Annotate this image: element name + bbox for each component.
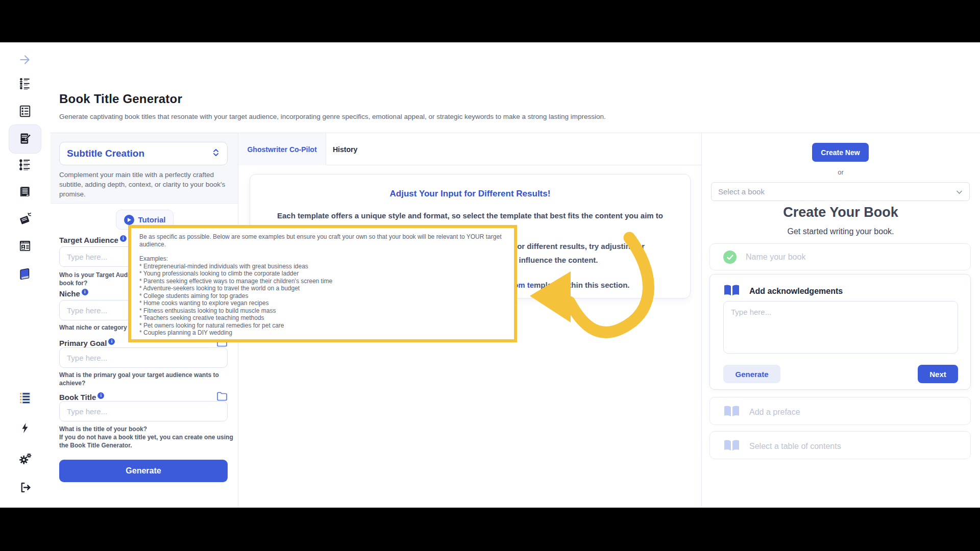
step-name-book[interactable]: Name your book <box>709 243 971 270</box>
or-label: or <box>701 168 980 176</box>
app-window: Book Title Generator Generate captivatin… <box>0 42 980 508</box>
right-panel-divider <box>701 133 702 508</box>
folder-icon[interactable] <box>216 391 228 402</box>
tooltip-example: * Parents seeking effective ways to mana… <box>139 278 506 285</box>
info-card-line1: Each template offers a unique style and … <box>250 211 690 220</box>
settings-gears-icon[interactable] <box>18 451 32 465</box>
tooltip-example: * Teachers seeking creative teaching met… <box>139 314 506 322</box>
tooltip-intro: Be as specific as possible. Below are so… <box>139 233 512 248</box>
book-select[interactable]: Select a book <box>711 182 970 201</box>
tooltip-example: * Couples planning a DIY wedding <box>139 329 506 337</box>
acknowledgements-textarea[interactable] <box>723 301 958 354</box>
form-document-icon[interactable] <box>18 104 32 118</box>
tooltip-example: * Entrepreneurial-minded individuals wit… <box>139 263 506 270</box>
audience-list-icon[interactable] <box>18 77 32 91</box>
target-audience-label: Target Audiencei <box>59 235 127 244</box>
audiobook-icon[interactable] <box>18 212 32 226</box>
open-book-icon <box>723 284 740 299</box>
open-book-icon-muted <box>723 439 740 454</box>
book-edit-icon[interactable] <box>18 131 32 145</box>
target-audience-tooltip: Be as specific as possible. Below are so… <box>128 225 517 342</box>
primary-goal-input[interactable] <box>59 347 228 368</box>
sidebar <box>0 42 50 508</box>
page-subtitle: Generate captivating book titles that re… <box>59 113 606 120</box>
niche-label: Nichei <box>59 289 88 298</box>
create-book-subheading: Get started writing your book. <box>701 227 980 236</box>
step-name-book-label: Name your book <box>746 253 805 262</box>
step-preface[interactable]: Add a preface <box>709 397 971 425</box>
create-new-button[interactable]: Create New <box>812 143 869 162</box>
next-button[interactable]: Next <box>918 365 958 383</box>
screen: Book Title Generator Generate captivatin… <box>0 0 980 551</box>
letterbox-bottom <box>0 508 980 551</box>
tooltip-example: * College students aiming for top grades <box>139 292 506 300</box>
tab-bar: Ghostwriter Co-Pilot History <box>238 133 701 165</box>
info-icon[interactable]: i <box>108 338 115 345</box>
tooltip-example: * Fitness enthusiasts looking to build m… <box>139 307 506 315</box>
chevron-up-down-icon <box>212 147 220 160</box>
info-card-line4-fragment: tom template within this section. <box>511 281 630 289</box>
blue-book-icon[interactable] <box>18 267 32 281</box>
primary-goal-label: Primary Goali <box>59 338 115 347</box>
info-icon[interactable]: i <box>97 392 104 399</box>
acknowledgements-label: Add acknowledgements <box>749 287 843 296</box>
check-circle-icon <box>723 251 737 264</box>
template-select-value: Subtitle Creation <box>67 148 212 159</box>
page-title: Book Title Generator <box>59 92 182 106</box>
info-card-line3-fragment: y influence the content. <box>512 256 598 264</box>
tooltip-example: * Young professionals looking to climb t… <box>139 270 506 278</box>
notebook-icon[interactable] <box>18 185 32 199</box>
step-table-of-contents[interactable]: Select a table of contents <box>709 431 971 459</box>
info-icon[interactable]: i <box>120 235 127 242</box>
step-acknowledgements: Add acknowledgements Generate Next <box>709 274 971 390</box>
info-card-title: Adjust Your Input for Different Results! <box>250 189 690 199</box>
tutorial-label: Tutorial <box>138 215 166 224</box>
toc-label: Select a table of contents <box>749 442 841 451</box>
primary-goal-helper: What is the primary goal your target aud… <box>59 371 219 387</box>
preface-label: Add a preface <box>749 408 800 417</box>
tooltip-example: * Pet owners looking for natural remedie… <box>139 322 506 330</box>
book-title-input[interactable] <box>59 401 228 421</box>
generate-button[interactable]: Generate <box>59 460 228 482</box>
template-select[interactable]: Subtitle Creation <box>59 142 228 165</box>
play-icon <box>124 215 134 225</box>
tab-history[interactable]: History <box>333 133 357 165</box>
book-title-label: Book Titlei <box>59 392 104 402</box>
tooltip-example: * Home cooks wanting to explore vegan re… <box>139 299 506 307</box>
tooltip-example: * Adventure-seekers looking to travel th… <box>139 285 506 292</box>
expand-sidebar-icon[interactable] <box>18 53 32 67</box>
lightning-icon[interactable] <box>18 421 32 435</box>
letterbox-top <box>0 0 980 42</box>
info-card-line2-fragment: For different results, try adjusting or <box>512 242 645 251</box>
acknowledgements-generate-button[interactable]: Generate <box>723 365 780 383</box>
info-icon[interactable]: i <box>82 289 88 295</box>
book-select-value: Select a book <box>718 187 956 196</box>
open-book-icon-muted <box>723 405 740 420</box>
profile-window-icon[interactable] <box>18 239 32 253</box>
book-title-helper: What is the title of your book?If you do… <box>59 425 233 449</box>
numbered-list-icon[interactable] <box>18 158 32 172</box>
tab-ghostwriter-copilot[interactable]: Ghostwriter Co-Pilot <box>238 133 326 165</box>
template-description: Complement your main title with a perfec… <box>59 170 231 199</box>
create-book-heading: Create Your Book <box>701 205 980 220</box>
template-header-section: Subtitle Creation Complement your main t… <box>51 133 238 204</box>
tooltip-examples-heading: Examples: <box>139 255 506 263</box>
colored-list-icon[interactable] <box>18 391 32 405</box>
sign-out-icon[interactable] <box>18 480 32 494</box>
chevron-down-icon <box>956 187 963 196</box>
